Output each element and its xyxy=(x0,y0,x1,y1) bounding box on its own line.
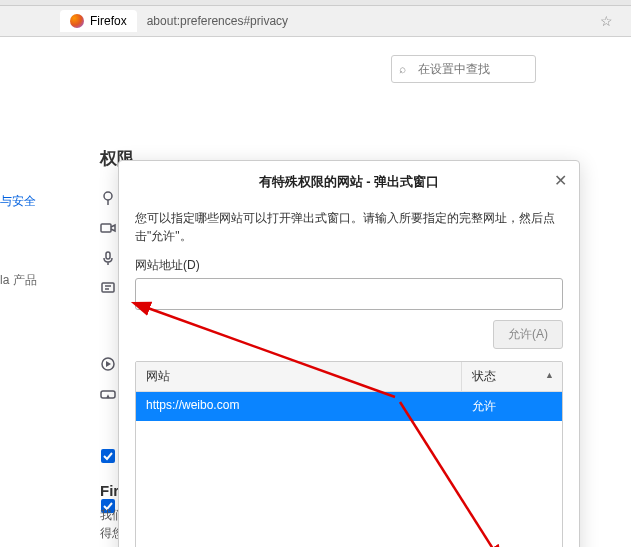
tab-label-text: Firefox xyxy=(90,14,127,28)
address-bar[interactable]: about:preferences#privacy xyxy=(147,14,600,28)
allow-button[interactable]: 允许(A) xyxy=(493,320,563,349)
firefox-icon xyxy=(70,14,84,28)
dialog-description: 您可以指定哪些网站可以打开弹出式窗口。请输入所要指定的完整网址，然后点击"允许"… xyxy=(135,209,563,245)
row-status: 允许 xyxy=(462,392,562,421)
table-row[interactable]: https://weibo.com 允许 xyxy=(136,392,562,421)
close-icon[interactable]: ✕ xyxy=(554,171,567,190)
sort-arrow-icon: ▲ xyxy=(545,370,554,380)
column-header-status[interactable]: 状态 ▲ xyxy=(462,362,562,391)
dialog-title: 有特殊权限的网站 - 弹出式窗口 xyxy=(259,173,440,191)
browser-tab-bar: Firefox about:preferences#privacy ☆ xyxy=(0,6,631,37)
popup-exceptions-dialog: 有特殊权限的网站 - 弹出式窗口 ✕ 您可以指定哪些网站可以打开弹出式窗口。请输… xyxy=(118,160,580,547)
website-url-input[interactable] xyxy=(135,278,563,310)
row-site: https://weibo.com xyxy=(136,392,462,421)
exceptions-table: 网站 状态 ▲ https://weibo.com 允许 xyxy=(135,361,563,547)
url-field-label: 网站地址(D) xyxy=(135,257,563,274)
column-header-site[interactable]: 网站 xyxy=(136,362,462,391)
active-tab[interactable]: Firefox xyxy=(60,10,137,32)
bookmark-star-icon[interactable]: ☆ xyxy=(600,13,613,29)
